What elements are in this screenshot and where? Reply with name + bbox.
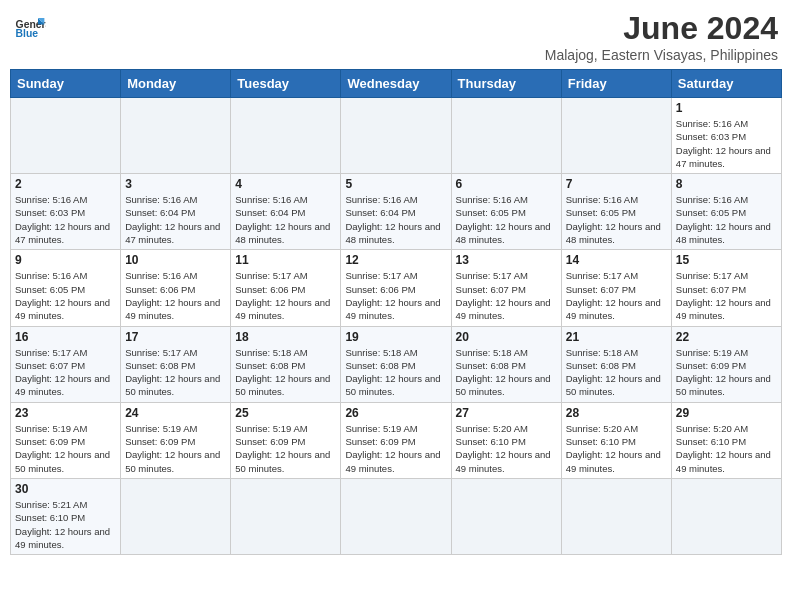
calendar-week-3: 16Sunrise: 5:17 AM Sunset: 6:07 PM Dayli… xyxy=(11,326,782,402)
calendar-cell: 16Sunrise: 5:17 AM Sunset: 6:07 PM Dayli… xyxy=(11,326,121,402)
day-number: 5 xyxy=(345,177,446,191)
day-number: 22 xyxy=(676,330,777,344)
calendar-cell: 3Sunrise: 5:16 AM Sunset: 6:04 PM Daylig… xyxy=(121,174,231,250)
calendar-cell: 19Sunrise: 5:18 AM Sunset: 6:08 PM Dayli… xyxy=(341,326,451,402)
svg-text:Blue: Blue xyxy=(16,28,39,39)
day-number: 9 xyxy=(15,253,116,267)
calendar-cell: 17Sunrise: 5:17 AM Sunset: 6:08 PM Dayli… xyxy=(121,326,231,402)
day-info: Sunrise: 5:19 AM Sunset: 6:09 PM Dayligh… xyxy=(125,422,226,475)
day-info: Sunrise: 5:20 AM Sunset: 6:10 PM Dayligh… xyxy=(566,422,667,475)
calendar-week-0: 1Sunrise: 5:16 AM Sunset: 6:03 PM Daylig… xyxy=(11,98,782,174)
day-number: 28 xyxy=(566,406,667,420)
day-number: 18 xyxy=(235,330,336,344)
calendar-cell: 5Sunrise: 5:16 AM Sunset: 6:04 PM Daylig… xyxy=(341,174,451,250)
day-info: Sunrise: 5:16 AM Sunset: 6:05 PM Dayligh… xyxy=(456,193,557,246)
day-number: 17 xyxy=(125,330,226,344)
day-info: Sunrise: 5:19 AM Sunset: 6:09 PM Dayligh… xyxy=(15,422,116,475)
calendar-title: June 2024 xyxy=(545,10,778,47)
day-info: Sunrise: 5:16 AM Sunset: 6:05 PM Dayligh… xyxy=(566,193,667,246)
calendar-cell: 15Sunrise: 5:17 AM Sunset: 6:07 PM Dayli… xyxy=(671,250,781,326)
day-info: Sunrise: 5:18 AM Sunset: 6:08 PM Dayligh… xyxy=(235,346,336,399)
calendar-week-1: 2Sunrise: 5:16 AM Sunset: 6:03 PM Daylig… xyxy=(11,174,782,250)
calendar-cell: 21Sunrise: 5:18 AM Sunset: 6:08 PM Dayli… xyxy=(561,326,671,402)
calendar-cell xyxy=(451,98,561,174)
day-number: 12 xyxy=(345,253,446,267)
calendar-cell xyxy=(341,478,451,554)
calendar-cell: 14Sunrise: 5:17 AM Sunset: 6:07 PM Dayli… xyxy=(561,250,671,326)
calendar-cell: 29Sunrise: 5:20 AM Sunset: 6:10 PM Dayli… xyxy=(671,402,781,478)
day-info: Sunrise: 5:19 AM Sunset: 6:09 PM Dayligh… xyxy=(676,346,777,399)
day-info: Sunrise: 5:16 AM Sunset: 6:04 PM Dayligh… xyxy=(345,193,446,246)
day-info: Sunrise: 5:16 AM Sunset: 6:03 PM Dayligh… xyxy=(15,193,116,246)
logo: General Blue xyxy=(14,10,46,42)
day-info: Sunrise: 5:17 AM Sunset: 6:07 PM Dayligh… xyxy=(15,346,116,399)
calendar-table: SundayMondayTuesdayWednesdayThursdayFrid… xyxy=(10,69,782,555)
day-number: 15 xyxy=(676,253,777,267)
day-info: Sunrise: 5:20 AM Sunset: 6:10 PM Dayligh… xyxy=(456,422,557,475)
day-number: 11 xyxy=(235,253,336,267)
calendar-cell: 27Sunrise: 5:20 AM Sunset: 6:10 PM Dayli… xyxy=(451,402,561,478)
calendar-cell: 25Sunrise: 5:19 AM Sunset: 6:09 PM Dayli… xyxy=(231,402,341,478)
calendar-cell xyxy=(561,98,671,174)
day-info: Sunrise: 5:18 AM Sunset: 6:08 PM Dayligh… xyxy=(345,346,446,399)
day-info: Sunrise: 5:17 AM Sunset: 6:07 PM Dayligh… xyxy=(566,269,667,322)
calendar-subtitle: Malajog, Eastern Visayas, Philippines xyxy=(545,47,778,63)
weekday-header-monday: Monday xyxy=(121,70,231,98)
weekday-header-wednesday: Wednesday xyxy=(341,70,451,98)
day-number: 26 xyxy=(345,406,446,420)
weekday-header-saturday: Saturday xyxy=(671,70,781,98)
day-info: Sunrise: 5:20 AM Sunset: 6:10 PM Dayligh… xyxy=(676,422,777,475)
calendar-week-5: 30Sunrise: 5:21 AM Sunset: 6:10 PM Dayli… xyxy=(11,478,782,554)
calendar-week-2: 9Sunrise: 5:16 AM Sunset: 6:05 PM Daylig… xyxy=(11,250,782,326)
title-area: June 2024 Malajog, Eastern Visayas, Phil… xyxy=(545,10,778,63)
day-number: 4 xyxy=(235,177,336,191)
calendar-cell: 30Sunrise: 5:21 AM Sunset: 6:10 PM Dayli… xyxy=(11,478,121,554)
day-info: Sunrise: 5:18 AM Sunset: 6:08 PM Dayligh… xyxy=(456,346,557,399)
calendar-cell: 1Sunrise: 5:16 AM Sunset: 6:03 PM Daylig… xyxy=(671,98,781,174)
calendar-cell: 13Sunrise: 5:17 AM Sunset: 6:07 PM Dayli… xyxy=(451,250,561,326)
logo-icon: General Blue xyxy=(14,10,46,42)
calendar-cell xyxy=(121,478,231,554)
weekday-header-thursday: Thursday xyxy=(451,70,561,98)
weekday-header-sunday: Sunday xyxy=(11,70,121,98)
calendar-cell: 28Sunrise: 5:20 AM Sunset: 6:10 PM Dayli… xyxy=(561,402,671,478)
calendar-cell: 22Sunrise: 5:19 AM Sunset: 6:09 PM Dayli… xyxy=(671,326,781,402)
day-number: 14 xyxy=(566,253,667,267)
day-number: 27 xyxy=(456,406,557,420)
day-info: Sunrise: 5:18 AM Sunset: 6:08 PM Dayligh… xyxy=(566,346,667,399)
weekday-header-tuesday: Tuesday xyxy=(231,70,341,98)
day-number: 16 xyxy=(15,330,116,344)
day-info: Sunrise: 5:17 AM Sunset: 6:07 PM Dayligh… xyxy=(676,269,777,322)
calendar-cell: 2Sunrise: 5:16 AM Sunset: 6:03 PM Daylig… xyxy=(11,174,121,250)
weekday-header-row: SundayMondayTuesdayWednesdayThursdayFrid… xyxy=(11,70,782,98)
calendar-cell xyxy=(671,478,781,554)
day-info: Sunrise: 5:16 AM Sunset: 6:05 PM Dayligh… xyxy=(15,269,116,322)
calendar-cell xyxy=(121,98,231,174)
calendar-cell: 10Sunrise: 5:16 AM Sunset: 6:06 PM Dayli… xyxy=(121,250,231,326)
day-info: Sunrise: 5:19 AM Sunset: 6:09 PM Dayligh… xyxy=(235,422,336,475)
day-number: 10 xyxy=(125,253,226,267)
day-number: 25 xyxy=(235,406,336,420)
calendar-cell: 23Sunrise: 5:19 AM Sunset: 6:09 PM Dayli… xyxy=(11,402,121,478)
day-number: 24 xyxy=(125,406,226,420)
day-number: 3 xyxy=(125,177,226,191)
day-number: 29 xyxy=(676,406,777,420)
day-number: 21 xyxy=(566,330,667,344)
calendar-cell: 9Sunrise: 5:16 AM Sunset: 6:05 PM Daylig… xyxy=(11,250,121,326)
calendar-cell xyxy=(561,478,671,554)
calendar-cell: 7Sunrise: 5:16 AM Sunset: 6:05 PM Daylig… xyxy=(561,174,671,250)
day-number: 7 xyxy=(566,177,667,191)
day-info: Sunrise: 5:21 AM Sunset: 6:10 PM Dayligh… xyxy=(15,498,116,551)
day-info: Sunrise: 5:17 AM Sunset: 6:07 PM Dayligh… xyxy=(456,269,557,322)
day-info: Sunrise: 5:16 AM Sunset: 6:04 PM Dayligh… xyxy=(125,193,226,246)
calendar-cell: 4Sunrise: 5:16 AM Sunset: 6:04 PM Daylig… xyxy=(231,174,341,250)
calendar-cell: 11Sunrise: 5:17 AM Sunset: 6:06 PM Dayli… xyxy=(231,250,341,326)
day-number: 13 xyxy=(456,253,557,267)
day-info: Sunrise: 5:17 AM Sunset: 6:06 PM Dayligh… xyxy=(235,269,336,322)
weekday-header-friday: Friday xyxy=(561,70,671,98)
day-info: Sunrise: 5:16 AM Sunset: 6:06 PM Dayligh… xyxy=(125,269,226,322)
calendar-cell: 12Sunrise: 5:17 AM Sunset: 6:06 PM Dayli… xyxy=(341,250,451,326)
day-number: 20 xyxy=(456,330,557,344)
day-number: 30 xyxy=(15,482,116,496)
day-number: 1 xyxy=(676,101,777,115)
